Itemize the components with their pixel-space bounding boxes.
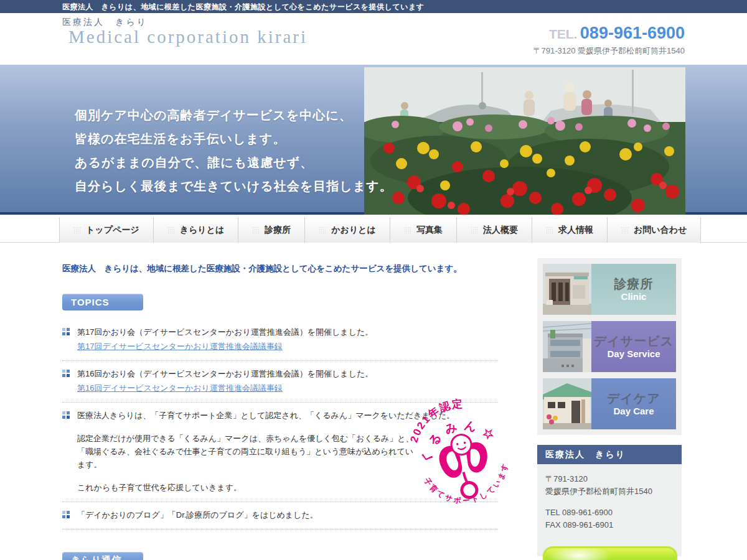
bullet-squares-icon — [62, 328, 70, 335]
grid-icon — [252, 226, 260, 234]
topic-item: 第17回かおり会（デイサービスセンターかおり運営推進会議）を開催しました。 第1… — [62, 319, 498, 361]
contact-fax: FAX 089-961-6901 — [545, 519, 674, 531]
clinic-photo — [543, 264, 591, 315]
top-tagline-bar: 医療法人 きらりは、地域に根差した医療施設・介護施設として心をこめたサービスを提… — [0, 0, 747, 13]
blog-banner-button[interactable] — [543, 546, 677, 560]
intro-text: 医療法人 きらりは、地域に根差した医療施設・介護施設として心をこめたサービスを提… — [62, 263, 498, 274]
topic-paragraph: 認定企業だけが使用できる「くるみん」マークは、赤ちゃんを優しく包む「おくるみ」と… — [77, 432, 416, 471]
hero-line-1: 個別ケア中心の高齢者デイサービスを中心に、 — [75, 103, 393, 127]
contact-address: 愛媛県伊予郡松前町筒井1540 — [545, 485, 674, 498]
main-nav: トップページ きらりとは 診療所 かおりとは 写真集 法人概要 求人情報 お問い… — [0, 217, 747, 243]
nav-label: 写真集 — [416, 225, 443, 236]
hero-line-2: 皆様の在宅生活をお手伝いします。 — [75, 127, 393, 151]
contact-tel: TEL 089-961-6900 — [545, 506, 674, 519]
kurumin-slogan-arc: 子育てサポートしています — [421, 460, 515, 512]
nav-label: 法人概要 — [483, 225, 518, 236]
newsletter-heading: きらり通信 — [62, 552, 143, 560]
topic-text: 第17回かおり会（デイサービスセンターかおり運営推進会議）を開催しました。 — [77, 325, 373, 338]
facility-name-jp: デイサービス — [594, 334, 674, 348]
facility-name-en: Clinic — [621, 291, 647, 302]
grid-icon — [546, 226, 553, 234]
facility-panel: 診療所 Clinic — [537, 258, 682, 435]
page: 医療法人 きらりは、地域に根差した医療施設・介護施設として心をこめたサービスを提… — [0, 0, 747, 560]
grid-icon — [621, 226, 629, 234]
contact-postal: 〒791-3120 — [545, 473, 674, 485]
contact-box: 医療法人 きらり 〒791-3120 愛媛県伊予郡松前町筒井1540 TEL 0… — [537, 445, 682, 556]
topic-text: 「デイかおりのブログ」「Dr.診療所のブログ」をはじめました。 — [77, 508, 318, 521]
content-area: 医療法人 きらりは、地域に根差した医療施設・介護施設として心をこめたサービスを提… — [0, 243, 747, 560]
tel-number: 089-961-6900 — [580, 24, 685, 42]
topic-text: 第16回かおり会（デイサービスセンターかおり運営推進会議）を開催しました。 — [77, 367, 373, 380]
facility-label: デイケア Day Care — [591, 378, 676, 429]
topic-link[interactable]: 第17回デイサービスセンターかおり運営推進会議議事録 — [77, 340, 498, 353]
header-tel: TEL. 089-961-6900 — [549, 24, 685, 43]
contact-body: 〒791-3120 愛媛県伊予郡松前町筒井1540 TEL 089-961-69… — [537, 464, 682, 556]
nav-item-clinic[interactable]: 診療所 — [238, 217, 305, 243]
header: 医療法人 きらり Medical corporation kirari TEL.… — [0, 13, 747, 65]
bullet-squares-icon — [62, 511, 70, 518]
kurumin-mark: 2021年認定 くるみん☆ 子育てサポートしています — [398, 385, 523, 520]
top-tagline: 医療法人 きらりは、地域に根差した医療施設・介護施設として心をこめたサービスを提… — [62, 2, 424, 12]
nav-item-kaori[interactable]: かおりとは — [305, 217, 390, 243]
facility-label: デイサービス Day Service — [591, 321, 676, 372]
nav-list: トップページ きらりとは 診療所 かおりとは 写真集 法人概要 求人情報 お問い… — [59, 217, 701, 243]
facility-name-en: Day Service — [607, 348, 660, 359]
nav-item-recruit[interactable]: 求人情報 — [532, 217, 608, 243]
nav-label: 診療所 — [265, 225, 291, 236]
grid-icon — [319, 226, 326, 234]
header-address: 〒791-3120 愛媛県伊予郡松前町筒井1540 — [533, 45, 685, 57]
grid-icon — [471, 226, 478, 234]
tel-label: TEL. — [549, 27, 578, 41]
hero-line-4: 自分らしく最後まで生きていける社会を目指します。 — [75, 174, 393, 198]
grid-icon — [404, 226, 411, 234]
facility-card-daycare[interactable]: デイケア Day Care — [543, 378, 676, 429]
topic-text: 医療法人きらりは、「子育てサポート企業」として認定され、「くるみん」マークをいた… — [77, 409, 454, 422]
rose-garden-illustration — [364, 67, 685, 215]
nav-item-about[interactable]: きらりとは — [154, 217, 239, 243]
hero-copy: 個別ケア中心の高齢者デイサービスを中心に、 皆様の在宅生活をお手伝いします。 あ… — [75, 103, 393, 198]
topics-heading: TOPICS — [62, 294, 143, 310]
nav-label: きらりとは — [180, 225, 225, 236]
nav-label: トップページ — [86, 225, 139, 236]
nav-label: お問い合わせ — [634, 225, 687, 236]
grid-icon — [167, 226, 175, 234]
bullet-squares-icon — [62, 370, 70, 377]
contact-title: 医療法人 きらり — [537, 445, 682, 464]
hero-banner: 個別ケア中心の高齢者デイサービスを中心に、 皆様の在宅生活をお手伝いします。 あ… — [0, 65, 747, 215]
nav-item-photos[interactable]: 写真集 — [390, 217, 457, 243]
facility-name-en: Day Care — [613, 406, 654, 416]
svg-text:子育てサポートしています: 子育てサポートしています — [421, 460, 515, 512]
facility-card-clinic[interactable]: 診療所 Clinic — [543, 264, 676, 315]
site-logo[interactable]: Medical corporation kirari — [68, 27, 308, 47]
nav-item-contact[interactable]: お問い合わせ — [608, 217, 701, 243]
hero-line-3: あるがままの自分で、誰にも遠慮せず、 — [75, 151, 393, 174]
dayservice-photo — [543, 321, 591, 372]
sidebar: 診療所 Clinic — [537, 258, 682, 556]
nav-label: かおりとは — [331, 225, 376, 236]
grid-icon — [73, 226, 81, 234]
nav-item-corporate[interactable]: 法人概要 — [457, 217, 532, 243]
facility-card-dayservice[interactable]: デイサービス Day Service — [543, 321, 676, 372]
facility-name-jp: デイケア — [607, 391, 660, 406]
topic-link[interactable]: 第16回デイサービスセンターかおり運営推進会議議事録 — [77, 381, 498, 394]
nav-label: 求人情報 — [558, 225, 593, 236]
bullet-squares-icon — [62, 411, 70, 419]
nav-item-top[interactable]: トップページ — [59, 217, 154, 243]
facility-name-jp: 診療所 — [614, 277, 654, 291]
facility-label: 診療所 Clinic — [591, 264, 676, 315]
daycare-photo — [543, 378, 591, 429]
rose-garden-photo — [364, 67, 685, 215]
topic-paragraph: これからも子育て世代を応援していきます。 — [77, 481, 416, 494]
